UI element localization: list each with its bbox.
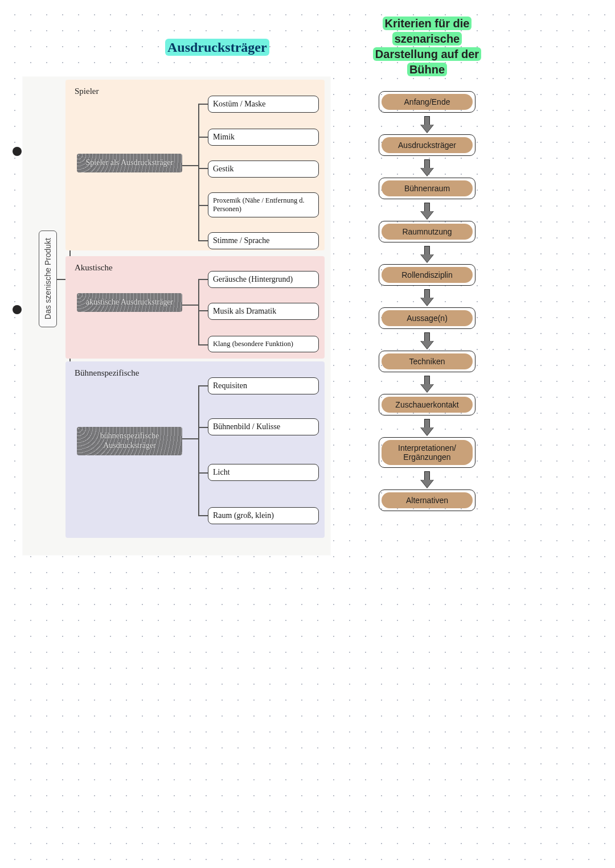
arrow-down-icon — [421, 289, 433, 306]
flow-step-label: Techniken — [382, 353, 473, 369]
flow-step: Alternativen — [379, 489, 475, 511]
connector — [198, 279, 199, 344]
flow-step-label: Bühnenraum — [382, 180, 473, 196]
criteria-flowchart: Anfang/Ende Ausdrucksträger Bühnenraum R… — [359, 91, 495, 515]
connector — [198, 279, 208, 280]
connector — [198, 310, 208, 311]
leaf-node: Proxemik (Nähe / Entfernung d. Personen) — [208, 192, 319, 217]
flow-step-label: Alternativen — [382, 492, 473, 508]
connector — [198, 385, 199, 515]
arrow-down-icon — [421, 159, 433, 176]
flow-step: Techniken — [379, 351, 475, 372]
leaf-node: Bühnenbild / Kulisse — [208, 418, 319, 435]
flow-step: Interpretationen/ Ergänzungen — [379, 437, 475, 468]
connector — [198, 104, 208, 105]
connector — [198, 240, 208, 241]
flow-step: Raumnutzung — [379, 221, 475, 242]
connector — [198, 168, 208, 169]
heading-right-text: Kriterien für die szenarische Darstellun… — [373, 17, 481, 76]
arrow-down-icon — [421, 419, 433, 436]
arrow-down-icon — [421, 471, 433, 488]
leaf-node: Klang (besondere Funktion) — [208, 336, 319, 352]
root-label: Das szenische Produkt — [43, 238, 52, 319]
heading-kriterien: Kriterien für die szenarische Darstellun… — [364, 16, 490, 77]
connector — [198, 515, 208, 516]
hub-node: Spieler als Ausdrucksträger — [77, 154, 182, 172]
heading-left-text: Ausdrucksträger — [165, 39, 269, 56]
leaf-node: Kostüm / Maske — [208, 96, 319, 113]
arrow-down-icon — [421, 116, 433, 133]
category-buehnenspezifische: Bühnenspezifische bühnenspezifische Ausd… — [65, 361, 325, 538]
flow-step-label: Interpretationen/ Ergänzungen — [382, 440, 473, 465]
paper-hole-icon — [13, 305, 22, 314]
flow-step: Ausdrucksträger — [379, 134, 475, 156]
flow-step: Rollendisziplin — [379, 264, 475, 286]
arrow-down-icon — [421, 376, 433, 393]
hub-node: bühnenspezifische Ausdrucksträger — [77, 427, 182, 455]
leaf-node: Gestik — [208, 161, 319, 178]
leaf-node: Geräusche (Hintergrund) — [208, 271, 319, 288]
flow-step-label: Anfang/Ende — [382, 94, 473, 110]
hub-node: akustische Ausdrucksträger — [77, 293, 182, 312]
arrow-down-icon — [421, 246, 433, 263]
flow-step-label: Raumnutzung — [382, 224, 473, 240]
leaf-node: Licht — [208, 464, 319, 481]
leaf-node: Raum (groß, klein) — [208, 507, 319, 524]
category-spieler: Spieler Spieler als Ausdrucksträger Kost… — [65, 80, 325, 250]
connector — [198, 427, 208, 428]
connector — [198, 104, 199, 240]
flow-step: Zuschauerkontakt — [379, 394, 475, 416]
leaf-node: Requisiten — [208, 377, 319, 394]
root-node: Das szenische Produkt — [39, 231, 57, 327]
heading-ausdruckstraeger: Ausdrucksträger — [165, 40, 269, 55]
arrow-down-icon — [421, 203, 433, 220]
mindmap-diagram: Das szenische Produkt Spieler Spieler al… — [23, 77, 330, 555]
connector — [198, 344, 208, 345]
connector — [198, 472, 208, 474]
flow-step-label: Zuschauerkontakt — [382, 397, 473, 413]
leaf-node: Musik als Dramatik — [208, 303, 319, 320]
arrow-down-icon — [421, 332, 433, 349]
connector — [198, 137, 208, 138]
flow-step-label: Aussage(n) — [382, 310, 473, 326]
flow-step-label: Rollendisziplin — [382, 267, 473, 283]
category-akustische: Akustische akustische Ausdrucksträger Ge… — [65, 256, 325, 359]
leaf-node: Stimme / Sprache — [208, 232, 319, 249]
flow-step: Bühnenraum — [379, 178, 475, 199]
flow-step: Aussage(n) — [379, 307, 475, 329]
leaf-node: Mimik — [208, 129, 319, 146]
flow-step: Anfang/Ende — [379, 91, 475, 113]
flow-step-label: Ausdrucksträger — [382, 137, 473, 153]
connector — [182, 438, 198, 439]
connector — [198, 385, 208, 386]
paper-hole-icon — [13, 147, 22, 156]
connector — [198, 205, 208, 206]
connector — [182, 165, 198, 166]
connector — [182, 305, 198, 306]
